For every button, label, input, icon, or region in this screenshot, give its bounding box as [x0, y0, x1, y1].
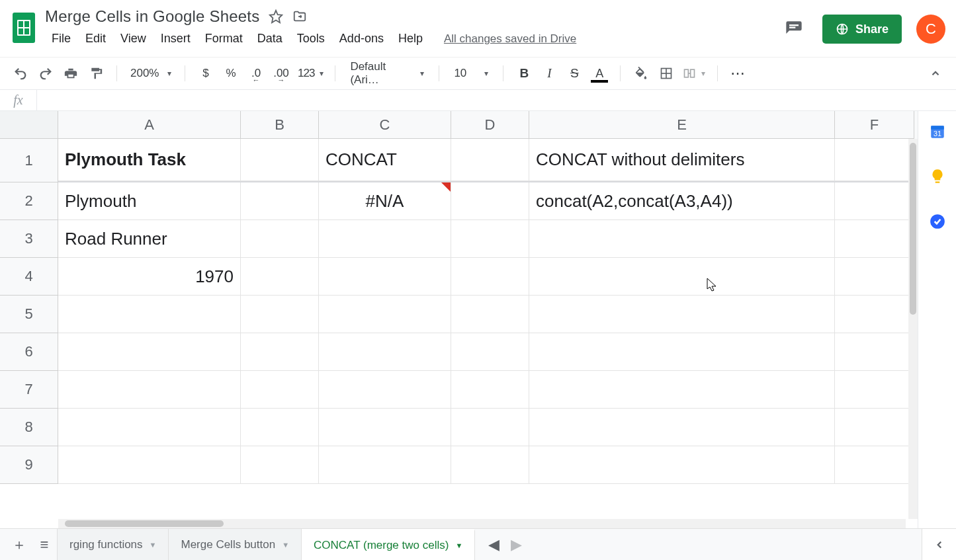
- cell-D5[interactable]: [451, 296, 529, 333]
- column-header-A[interactable]: A: [58, 111, 241, 139]
- increase-decimal-button[interactable]: .00→: [270, 62, 292, 85]
- cell-B5[interactable]: [241, 296, 319, 333]
- collapse-toolbar-button[interactable]: [924, 62, 947, 85]
- drive-save-status[interactable]: All changes saved in Drive: [444, 32, 576, 46]
- cell-E9[interactable]: [529, 446, 835, 484]
- cell-E2[interactable]: concat(A2,concat(A3,A4)): [529, 182, 835, 220]
- document-title[interactable]: Merge Cells in Google Sheets: [45, 7, 259, 26]
- cell-B1[interactable]: [241, 139, 319, 181]
- bold-button[interactable]: B: [513, 62, 535, 85]
- column-header-E[interactable]: E: [529, 111, 835, 139]
- cell-A5[interactable]: [58, 296, 241, 333]
- font-size-select[interactable]: 10: [449, 62, 494, 85]
- cell-B9[interactable]: [241, 446, 319, 484]
- column-header-C[interactable]: C: [319, 111, 451, 139]
- text-color-button[interactable]: A: [588, 62, 611, 85]
- cell-A9[interactable]: [58, 446, 241, 484]
- all-sheets-button[interactable]: ≡: [32, 532, 57, 557]
- keep-addon-icon[interactable]: [929, 168, 946, 185]
- cell-F5[interactable]: [835, 296, 914, 333]
- tab-scroll-right-button[interactable]: ▶: [507, 532, 525, 557]
- menu-addons[interactable]: Add-ons: [333, 29, 390, 48]
- strikethrough-button[interactable]: S: [563, 62, 586, 85]
- account-avatar[interactable]: C: [916, 15, 945, 44]
- cell-C5[interactable]: [319, 296, 451, 333]
- cell-E8[interactable]: [529, 409, 835, 446]
- decrease-decimal-button[interactable]: .0←: [245, 62, 267, 85]
- cell-F3[interactable]: [835, 220, 914, 258]
- chevron-down-icon[interactable]: ▼: [455, 541, 462, 549]
- cell-A4[interactable]: 1970: [58, 258, 241, 296]
- cell-F7[interactable]: [835, 371, 914, 409]
- cell-B7[interactable]: [241, 371, 319, 409]
- row-header-9[interactable]: 9: [0, 446, 58, 484]
- font-select[interactable]: Default (Ari…: [345, 62, 429, 85]
- format-currency-button[interactable]: $: [195, 62, 217, 85]
- more-formats-button[interactable]: 123: [295, 62, 326, 85]
- cell-C4[interactable]: [319, 258, 451, 296]
- more-toolbar-button[interactable]: ⋯: [727, 62, 750, 85]
- cell-D1[interactable]: [451, 139, 529, 181]
- cell-E6[interactable]: [529, 333, 835, 371]
- cell-F8[interactable]: [835, 409, 914, 446]
- cell-E3[interactable]: [529, 220, 835, 258]
- cell-F4[interactable]: [835, 258, 914, 296]
- cell-B6[interactable]: [241, 333, 319, 371]
- cell-D6[interactable]: [451, 333, 529, 371]
- chevron-down-icon[interactable]: ▼: [282, 541, 289, 549]
- move-to-folder-icon[interactable]: [292, 9, 307, 24]
- row-header-2[interactable]: 2: [0, 182, 58, 220]
- cell-D8[interactable]: [451, 409, 529, 446]
- row-header-3[interactable]: 3: [0, 220, 58, 258]
- cell-A8[interactable]: [58, 409, 241, 446]
- star-icon[interactable]: [269, 9, 283, 24]
- add-sheet-button[interactable]: ＋: [7, 532, 32, 557]
- zoom-select[interactable]: 200%: [126, 62, 175, 85]
- show-side-panel-button[interactable]: [922, 529, 956, 560]
- tasks-addon-icon[interactable]: [929, 213, 946, 230]
- redo-button[interactable]: [34, 62, 57, 85]
- cell-B4[interactable]: [241, 258, 319, 296]
- cell-D2[interactable]: [451, 182, 529, 220]
- undo-button[interactable]: [9, 62, 32, 85]
- menu-data[interactable]: Data: [251, 29, 289, 48]
- row-header-8[interactable]: 8: [0, 409, 58, 446]
- cell-D9[interactable]: [451, 446, 529, 484]
- menu-tools[interactable]: Tools: [290, 29, 331, 48]
- column-header-F[interactable]: F: [835, 111, 914, 139]
- row-header-6[interactable]: 6: [0, 333, 58, 371]
- cell-B3[interactable]: [241, 220, 319, 258]
- share-button[interactable]: Share: [822, 15, 902, 44]
- formula-input[interactable]: [37, 90, 956, 110]
- cell-C2[interactable]: #N/A: [319, 182, 451, 220]
- sheets-logo[interactable]: [11, 11, 37, 45]
- cell-C1[interactable]: CONCAT: [319, 139, 451, 181]
- comments-button[interactable]: [780, 15, 808, 43]
- cell-A1[interactable]: Plymouth Task: [58, 139, 241, 181]
- paint-format-button[interactable]: [85, 62, 107, 85]
- sheet-tab-1[interactable]: rging functions▼: [57, 529, 169, 561]
- cell-E4[interactable]: [529, 258, 835, 296]
- row-header-7[interactable]: 7: [0, 371, 58, 409]
- cell-C9[interactable]: [319, 446, 451, 484]
- cell-A2[interactable]: Plymouth: [58, 182, 241, 220]
- menu-insert[interactable]: Insert: [154, 29, 197, 48]
- cell-A7[interactable]: [58, 371, 241, 409]
- row-header-4[interactable]: 4: [0, 258, 58, 296]
- fill-color-button[interactable]: [630, 62, 652, 85]
- tab-scroll-left-button[interactable]: ◀: [484, 532, 503, 557]
- menu-format[interactable]: Format: [198, 29, 249, 48]
- print-button[interactable]: [60, 62, 82, 85]
- menu-file[interactable]: File: [45, 29, 77, 48]
- spreadsheet-grid[interactable]: A B C D E F 1 2 3 4 5 6 7 8 9 Plymouth T…: [0, 111, 918, 528]
- row-header-5[interactable]: 5: [0, 296, 58, 333]
- sheet-tab-active[interactable]: CONCAT (merge two cells)▼: [302, 529, 475, 561]
- merge-cells-button[interactable]: [680, 62, 708, 85]
- menu-edit[interactable]: Edit: [79, 29, 112, 48]
- cell-B8[interactable]: [241, 409, 319, 446]
- menu-view[interactable]: View: [114, 29, 153, 48]
- cell-E1[interactable]: CONCAT without delimiters: [529, 139, 835, 181]
- select-all-corner[interactable]: [0, 111, 58, 139]
- sheet-tab-2[interactable]: Merge Cells button▼: [169, 529, 302, 561]
- vertical-scrollbar[interactable]: [908, 139, 918, 519]
